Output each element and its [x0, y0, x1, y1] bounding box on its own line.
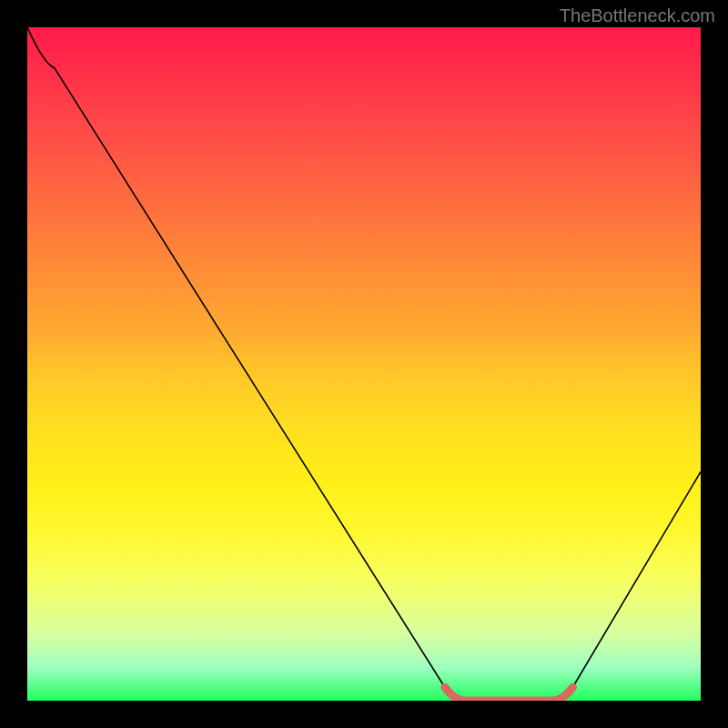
watermark-text: TheBottleneck.com — [560, 5, 715, 26]
chart-svg — [27, 27, 701, 701]
highlight-segment-line — [445, 687, 573, 701]
bottleneck-curve-line — [27, 27, 701, 701]
plot-area — [27, 27, 701, 701]
